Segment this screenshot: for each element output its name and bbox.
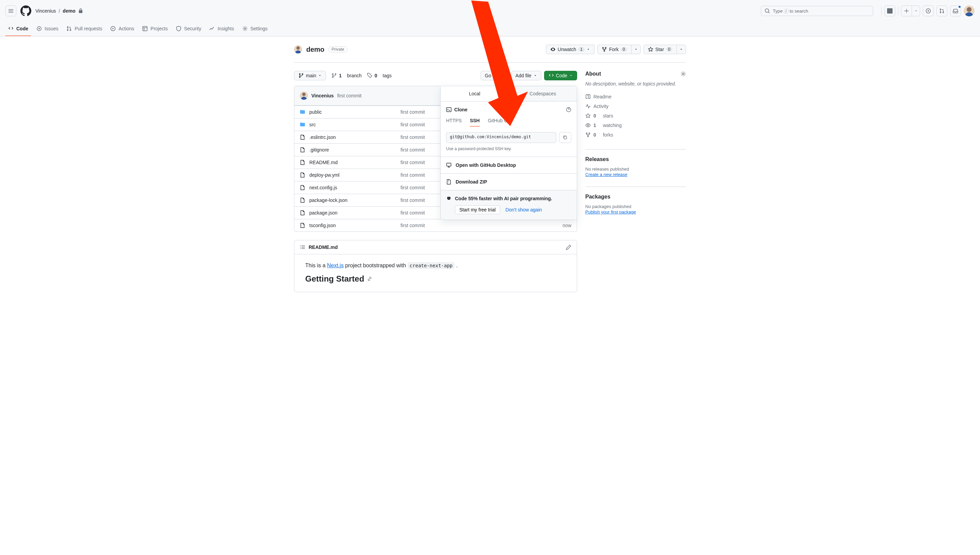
search-input[interactable]: Type / to search bbox=[761, 6, 873, 16]
nav-actions[interactable]: Actions bbox=[107, 22, 137, 36]
breadcrumb-owner[interactable]: Vincenius bbox=[35, 8, 56, 14]
pull-request-icon bbox=[939, 8, 945, 14]
stars-link[interactable]: 0 stars bbox=[585, 111, 686, 120]
tag-icon bbox=[367, 73, 372, 78]
svg-point-6 bbox=[244, 28, 246, 30]
commit-message[interactable]: first commit bbox=[337, 93, 362, 98]
dropdown-tab-codespaces[interactable]: Codespaces bbox=[509, 86, 577, 101]
shield-icon bbox=[176, 26, 181, 31]
nav-code[interactable]: Code bbox=[5, 22, 31, 36]
file-name[interactable]: deploy-pw.yml bbox=[300, 172, 395, 178]
link-icon[interactable] bbox=[367, 276, 372, 282]
eye-icon bbox=[550, 47, 556, 52]
copy-icon bbox=[563, 135, 568, 140]
packages-empty: No packages published bbox=[585, 204, 686, 209]
clone-url-field[interactable]: git@github.com:Vincenius/demo.git bbox=[446, 132, 556, 143]
gear-icon[interactable] bbox=[681, 71, 686, 77]
nav-pulls[interactable]: Pull requests bbox=[64, 22, 105, 36]
issues-button[interactable] bbox=[923, 5, 934, 16]
star-caret[interactable] bbox=[677, 45, 686, 54]
star-button[interactable]: Star0 bbox=[643, 45, 677, 54]
clone-tab-cli[interactable]: GitHub CLI bbox=[488, 118, 512, 127]
notifications-button[interactable] bbox=[950, 5, 961, 16]
download-zip-row[interactable]: Download ZIP bbox=[441, 173, 577, 190]
go-to-file-button[interactable]: Go to file bbox=[480, 71, 508, 80]
fork-caret[interactable] bbox=[631, 45, 641, 54]
clone-tab-https[interactable]: HTTPS bbox=[446, 118, 462, 127]
nextjs-link[interactable]: Next.js bbox=[327, 263, 344, 268]
nav-security[interactable]: Security bbox=[173, 22, 204, 36]
plus-icon bbox=[904, 8, 909, 13]
svg-point-3 bbox=[38, 28, 40, 29]
open-desktop-row[interactable]: Open with GitHub Desktop bbox=[441, 157, 577, 173]
file-name[interactable]: tsconfig.json bbox=[300, 223, 395, 228]
list-icon[interactable] bbox=[300, 244, 305, 250]
readme-link[interactable]: Readme bbox=[585, 92, 686, 101]
file-icon bbox=[300, 185, 305, 190]
start-trial-button[interactable]: Start my free trial bbox=[455, 205, 500, 214]
file-name[interactable]: next.config.js bbox=[300, 185, 395, 190]
create-new-caret[interactable] bbox=[912, 5, 920, 16]
svg-point-1 bbox=[927, 10, 929, 11]
svg-rect-7 bbox=[446, 107, 451, 112]
pencil-icon[interactable] bbox=[566, 244, 571, 250]
play-icon bbox=[110, 26, 116, 31]
nav-settings[interactable]: Settings bbox=[240, 22, 270, 36]
file-name[interactable]: README.md bbox=[300, 160, 395, 165]
repo-nav: Code Issues Pull requests Actions Projec… bbox=[0, 22, 980, 37]
code-icon bbox=[548, 73, 554, 78]
file-name[interactable]: src bbox=[300, 122, 395, 127]
file-name[interactable]: public bbox=[300, 109, 395, 115]
nav-issues[interactable]: Issues bbox=[34, 22, 61, 36]
unwatch-button[interactable]: Unwatch1 bbox=[546, 45, 595, 54]
create-new-button[interactable] bbox=[901, 5, 912, 16]
create-release-link[interactable]: Create a new release bbox=[585, 172, 627, 177]
svg-point-12 bbox=[587, 125, 589, 126]
dropdown-tab-local[interactable]: Local bbox=[441, 86, 509, 101]
fork-button[interactable]: Fork0 bbox=[597, 45, 631, 54]
commit-author-avatar[interactable] bbox=[300, 91, 308, 100]
lock-icon bbox=[78, 8, 83, 13]
tags-link[interactable]: 0 tags bbox=[367, 73, 392, 78]
commit-msg[interactable]: first commit bbox=[401, 223, 525, 228]
file-icon bbox=[300, 160, 305, 165]
fork-icon bbox=[585, 132, 591, 138]
branch-selector[interactable]: main bbox=[294, 71, 326, 80]
file-name[interactable]: .gitignore bbox=[300, 147, 395, 152]
org-avatar[interactable] bbox=[294, 45, 302, 53]
caret-down-icon bbox=[634, 48, 638, 51]
gear-icon bbox=[242, 26, 248, 31]
readme-h2: Getting Started bbox=[305, 274, 566, 284]
add-file-button[interactable]: Add file bbox=[511, 71, 541, 80]
graph-icon bbox=[209, 26, 215, 31]
copilot-icon bbox=[446, 196, 452, 201]
file-name[interactable]: .eslintrc.json bbox=[300, 135, 395, 140]
forks-link[interactable]: 0 forks bbox=[585, 130, 686, 140]
activity-link[interactable]: Activity bbox=[585, 101, 686, 111]
menu-button[interactable] bbox=[5, 5, 16, 16]
breadcrumb-repo[interactable]: demo bbox=[62, 8, 75, 14]
issue-icon bbox=[37, 26, 42, 31]
copy-url-button[interactable] bbox=[559, 132, 571, 143]
commit-author[interactable]: Vincenius bbox=[311, 93, 334, 98]
clone-tab-ssh[interactable]: SSH bbox=[470, 118, 480, 127]
nav-projects[interactable]: Projects bbox=[139, 22, 171, 36]
file-icon bbox=[300, 197, 305, 203]
branches-link[interactable]: 1 branch bbox=[331, 73, 362, 78]
watching-link[interactable]: 1 watching bbox=[585, 120, 686, 130]
dismiss-link[interactable]: Don't show again bbox=[506, 207, 542, 212]
file-name[interactable]: package-lock.json bbox=[300, 197, 395, 203]
file-name[interactable]: package.json bbox=[300, 210, 395, 215]
code-button[interactable]: Code bbox=[544, 71, 577, 80]
caret-down-icon bbox=[914, 9, 918, 13]
readme-box: README.md This is a Next.js project boot… bbox=[294, 240, 577, 292]
publish-package-link[interactable]: Publish your first package bbox=[585, 209, 636, 215]
help-icon[interactable] bbox=[566, 107, 571, 112]
commit-time: now bbox=[531, 223, 571, 228]
github-logo[interactable] bbox=[21, 5, 31, 16]
user-avatar[interactable] bbox=[964, 5, 975, 16]
pulls-button[interactable] bbox=[937, 5, 947, 16]
nav-insights[interactable]: Insights bbox=[206, 22, 237, 36]
terminal-icon bbox=[446, 107, 452, 112]
command-palette-button[interactable] bbox=[884, 5, 895, 16]
